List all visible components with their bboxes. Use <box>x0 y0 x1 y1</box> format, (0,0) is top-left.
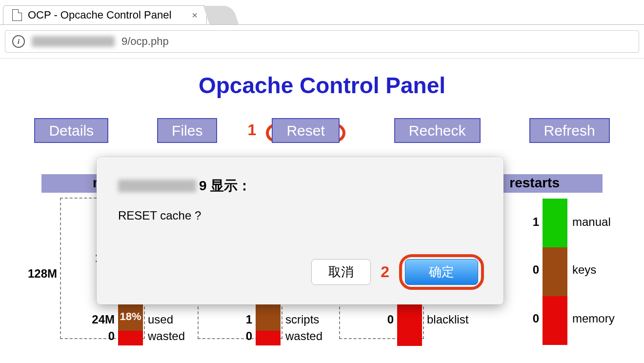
memory-used-pct: 18% <box>118 310 143 323</box>
page-title: Opcache Control Panel <box>0 72 644 99</box>
dialog-origin-obscured <box>118 180 196 192</box>
restarts-manual-val: 1 <box>505 215 539 229</box>
restarts-keys-val: 0 <box>505 263 539 277</box>
tab-close-icon[interactable]: × <box>192 10 198 21</box>
memory-total-label: 128M <box>28 267 57 281</box>
url-host-obscured <box>32 36 115 47</box>
scripts-bar-mid <box>256 304 281 331</box>
files-button[interactable]: Files <box>157 118 217 143</box>
memory-used-lbl: used <box>148 313 173 326</box>
scripts-lbl: scripts <box>285 313 319 326</box>
tab-title: OCP - Opcache Control Panel <box>28 9 171 21</box>
ok-highlight: 确定 <box>399 254 484 290</box>
memory-wasted-val: 0 <box>80 329 115 343</box>
restarts-bar-keys <box>543 247 567 296</box>
header-right: restarts <box>509 175 560 191</box>
restarts-memory-val: 0 <box>505 312 539 325</box>
confirm-dialog: 9 显示： RESET cache ? 取消 2 确定 <box>97 157 503 304</box>
dialog-message: RESET cache ? <box>118 209 482 222</box>
reset-button[interactable]: Reset <box>272 118 339 143</box>
restarts-bar-memory <box>543 296 567 345</box>
address-row: i 9/ocp.php <box>0 25 644 59</box>
browser-tab-strip: OCP - Opcache Control Panel × <box>0 0 644 25</box>
scripts-wasted-lbl: wasted <box>285 329 322 343</box>
dialog-origin-suffix: 9 显示： <box>199 177 251 195</box>
memory-bar-wasted <box>118 331 143 345</box>
browser-tab[interactable]: OCP - Opcache Control Panel × <box>3 5 207 24</box>
scripts-val: 1 <box>218 313 252 326</box>
dialog-title: 9 显示： <box>118 177 482 195</box>
annotation-2: 2 <box>381 263 389 281</box>
memory-bar-used: 18% <box>118 304 143 331</box>
restarts-manual-lbl: manual <box>572 215 611 229</box>
site-info-icon[interactable]: i <box>12 35 25 48</box>
recheck-button[interactable]: Recheck <box>394 118 481 143</box>
address-bar[interactable]: i 9/ocp.php <box>5 30 639 53</box>
file-icon <box>12 9 22 21</box>
action-button-row: Details Files 1 Reset Recheck Refresh <box>0 118 644 143</box>
restarts-bar-manual <box>543 199 567 247</box>
annotation-1: 1 <box>247 121 256 139</box>
reset-highlight: Reset <box>266 124 345 142</box>
scripts-wasted-val: 0 <box>218 329 252 343</box>
blacklist-lbl: blacklist <box>427 313 468 326</box>
new-tab-button[interactable] <box>203 6 239 24</box>
url-path: 9/ocp.php <box>121 35 169 48</box>
refresh-button[interactable]: Refresh <box>529 118 610 143</box>
dialog-button-row: 取消 2 确定 <box>311 254 484 290</box>
scripts-bar-bot <box>256 331 281 345</box>
restarts-keys-lbl: keys <box>572 263 596 277</box>
restarts-memory-lbl: memory <box>572 312 615 325</box>
blacklist-val: 0 <box>360 313 394 326</box>
dialog-cancel-button[interactable]: 取消 <box>311 259 371 285</box>
dialog-ok-button[interactable]: 确定 <box>405 259 478 285</box>
details-button[interactable]: Details <box>34 118 108 143</box>
memory-wasted-lbl: wasted <box>148 329 185 343</box>
memory-used-val: 24M <box>80 313 115 326</box>
